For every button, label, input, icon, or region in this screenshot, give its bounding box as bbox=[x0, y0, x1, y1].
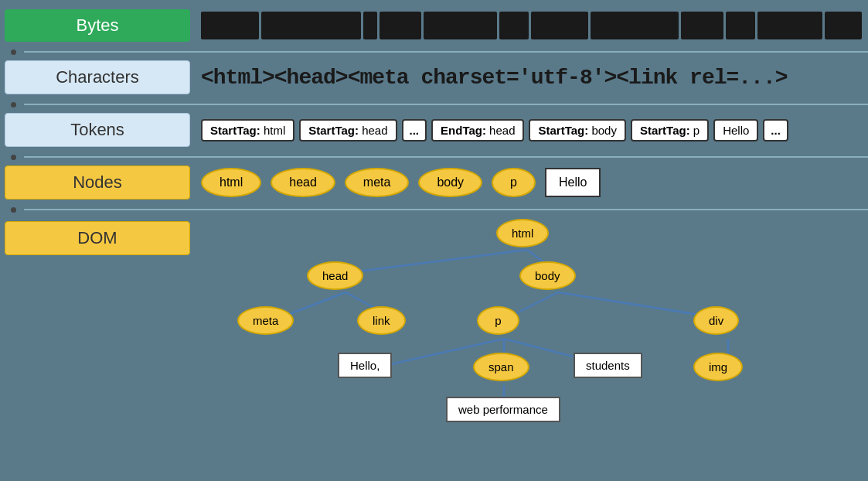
bytes-bar-7 bbox=[531, 12, 589, 39]
characters-label: Characters bbox=[5, 60, 190, 94]
token-val-5: p bbox=[693, 124, 700, 137]
token-val-6: Hello bbox=[723, 124, 749, 137]
token-val-1: html bbox=[264, 124, 285, 137]
chars-text: <html><head><meta charset='utf-8'><link … bbox=[201, 66, 788, 90]
sep-dot-1 bbox=[11, 49, 16, 55]
bytes-bar-11 bbox=[757, 12, 822, 39]
dom-label: DOM bbox=[5, 221, 190, 255]
dom-node-html: html bbox=[496, 219, 549, 247]
bytes-label: Bytes bbox=[5, 9, 190, 42]
token-type-2: StartTag: bbox=[308, 124, 359, 137]
node-body: body bbox=[418, 168, 482, 197]
dom-node-div: div bbox=[693, 306, 739, 335]
bytes-bar-8 bbox=[591, 12, 679, 39]
node-p: p bbox=[492, 168, 536, 197]
sep-line-4 bbox=[24, 209, 868, 210]
bytes-bar-4 bbox=[380, 12, 422, 39]
node-html: html bbox=[201, 168, 261, 197]
main-container: Bytes Characters bbox=[0, 0, 868, 432]
token-starthead: StartTag: head bbox=[299, 119, 397, 142]
node-hello: Hello bbox=[545, 168, 601, 197]
sep-line-2 bbox=[24, 104, 868, 105]
token-starthtml: StartTag: html bbox=[201, 119, 294, 142]
dom-node-span: span bbox=[473, 353, 529, 381]
dom-node-link: link bbox=[357, 306, 406, 335]
bytes-bar-3 bbox=[363, 12, 377, 39]
nodes-label: Nodes bbox=[5, 165, 190, 200]
separator-1 bbox=[0, 46, 868, 57]
svg-line-0 bbox=[345, 250, 527, 273]
dom-node-head: head bbox=[307, 261, 363, 290]
tokens-list: StartTag: html StartTag: head ... EndTag… bbox=[201, 119, 788, 142]
bytes-content bbox=[195, 9, 868, 43]
token-startbody: StartTag: body bbox=[529, 119, 625, 142]
bytes-bar-12 bbox=[825, 12, 862, 39]
characters-row: Characters <html><head><meta charset='ut… bbox=[0, 57, 868, 97]
token-startp: StartTag: p bbox=[631, 119, 709, 142]
bytes-bar-9 bbox=[681, 12, 723, 39]
chars-display: <html><head><meta charset='utf-8'><link … bbox=[201, 66, 862, 90]
dom-node-meta: meta bbox=[237, 306, 294, 335]
nodes-row: Nodes html head meta body p Hello bbox=[0, 162, 868, 203]
sep-dot-3 bbox=[11, 155, 16, 160]
tokens-row: Tokens StartTag: html StartTag: head ...… bbox=[0, 110, 868, 150]
dom-node-body: body bbox=[519, 261, 576, 290]
dom-node-hello-comma: Hello, bbox=[338, 353, 392, 378]
dom-node-p: p bbox=[477, 306, 519, 335]
token-endhead: EndTag: head bbox=[431, 119, 524, 142]
token-val-4: body bbox=[591, 124, 617, 137]
token-ellipsis-2: ... bbox=[763, 119, 788, 142]
separator-4 bbox=[0, 204, 868, 215]
token-type-5: StartTag: bbox=[640, 124, 690, 137]
characters-content: <html><head><meta charset='utf-8'><link … bbox=[195, 63, 868, 93]
bytes-row: Bytes bbox=[0, 6, 868, 45]
bytes-bar-1 bbox=[201, 12, 259, 39]
sep-line-3 bbox=[24, 156, 868, 158]
dom-node-img: img bbox=[693, 353, 743, 381]
bytes-bar-2 bbox=[261, 12, 361, 39]
dom-node-web-performance: web performance bbox=[446, 397, 560, 422]
token-hello: Hello bbox=[713, 119, 758, 142]
nodes-list: html head meta body p Hello bbox=[201, 168, 601, 197]
dom-node-students: students bbox=[574, 353, 642, 378]
bytes-bar-10 bbox=[726, 12, 755, 39]
dom-row: DOM bbox=[0, 215, 868, 424]
nodes-content: html head meta body p Hello bbox=[195, 165, 868, 200]
token-val-3: head bbox=[489, 124, 515, 137]
tokens-content: StartTag: html StartTag: head ... EndTag… bbox=[195, 116, 868, 145]
sep-line-1 bbox=[24, 51, 868, 53]
dom-content: html head body meta link p div Hello, sp… bbox=[195, 215, 868, 424]
node-meta: meta bbox=[345, 168, 410, 197]
token-val-2: head bbox=[362, 124, 387, 137]
sep-dot-4 bbox=[11, 207, 16, 213]
bytes-bar-6 bbox=[499, 12, 529, 39]
bytes-bar-5 bbox=[424, 12, 496, 39]
separator-2 bbox=[0, 99, 868, 110]
node-head: head bbox=[271, 168, 335, 197]
bytes-bars bbox=[201, 12, 862, 39]
token-type-3: EndTag: bbox=[441, 124, 486, 137]
token-type-4: StartTag: bbox=[538, 124, 588, 137]
sep-dot-2 bbox=[11, 102, 16, 107]
separator-3 bbox=[0, 152, 868, 162]
token-ellipsis-1: ... bbox=[402, 119, 427, 142]
token-type-1: StartTag: bbox=[210, 124, 260, 137]
tokens-label: Tokens bbox=[5, 113, 190, 147]
